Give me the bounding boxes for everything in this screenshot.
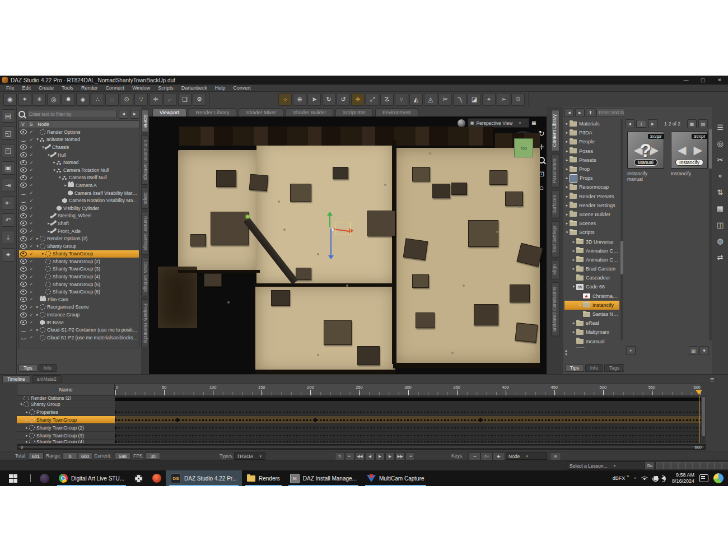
- playback-next-key-icon[interactable]: ▶▶: [395, 452, 405, 460]
- folder-scene-builder[interactable]: ►Scene Builder: [564, 210, 619, 219]
- total-frames-field[interactable]: 601: [28, 452, 44, 460]
- folder-cascadeur[interactable]: Cascadeur: [564, 273, 619, 282]
- toolbar-hair-tool-icon[interactable]: 〽: [453, 93, 466, 106]
- toolbar-translate-tool-icon[interactable]: ✛: [351, 93, 365, 106]
- folder-mattymarx[interactable]: ►Mattymarx: [564, 328, 619, 337]
- content-tab-info[interactable]: Info: [585, 364, 603, 372]
- scene-filter-input[interactable]: [27, 110, 117, 118]
- viewport-tab-shader-mixer[interactable]: Shader Mixer: [239, 108, 283, 116]
- folder-code-66[interactable]: ▼66Code 66: [564, 282, 619, 291]
- right-scissors-icon[interactable]: ✂: [715, 154, 726, 165]
- selectable-check-icon[interactable]: ✓: [27, 183, 35, 188]
- track-properties[interactable]: [115, 408, 701, 416]
- types-dropdown[interactable]: TRSOA▼: [234, 452, 265, 460]
- expand-arrow-icon[interactable]: ►: [35, 328, 40, 332]
- track-shanty-towngroup[interactable]: [115, 416, 701, 424]
- selectable-check-icon[interactable]: ✓: [27, 328, 35, 333]
- timeline-range-bar[interactable]: 0 600: [17, 444, 706, 450]
- taskbar-install-manager[interactable]: M DAZ Install Manage...: [285, 470, 362, 486]
- toolbar-new-group-icon[interactable]: ◌: [105, 93, 119, 106]
- timeline-scrollbar[interactable]: [701, 396, 706, 443]
- sort-button[interactable]: ▤: [689, 346, 698, 355]
- right-grid-icon[interactable]: ▦: [715, 203, 726, 214]
- playhead-marker[interactable]: [696, 390, 702, 395]
- more-options-button[interactable]: ▼: [699, 346, 709, 355]
- lesson-slot-8[interactable]: [707, 462, 715, 469]
- playback-play-icon[interactable]: ▶: [375, 452, 385, 460]
- translate-gizmo[interactable]: [325, 209, 370, 261]
- folder-reisormocap[interactable]: ►Reisormocap: [564, 183, 619, 192]
- content-tab-tags[interactable]: Tags: [604, 364, 624, 372]
- scene-node-camera-rotation-visability-marker[interactable]: ✓Camera Rotation Visability Marker: [19, 197, 139, 204]
- playback-loop-icon[interactable]: ↻: [335, 452, 344, 460]
- selectable-check-icon[interactable]: ✓: [27, 297, 35, 302]
- taskbar-daz-studio[interactable]: DS DAZ Studio 4.22 Pr...: [166, 470, 242, 486]
- toolbar-new-primitive-icon[interactable]: ⊙: [120, 93, 133, 106]
- viewport-tab-render-library[interactable]: Render Library: [189, 108, 237, 116]
- folder-render-presets[interactable]: ►Render Presets: [564, 192, 619, 201]
- viewport-tab-script-ide[interactable]: Script IDE: [335, 108, 373, 116]
- lesson-slot-10[interactable]: [722, 462, 728, 469]
- wifi-icon[interactable]: [641, 475, 648, 481]
- minimize-button[interactable]: —: [678, 76, 694, 85]
- scene-node-instance-group[interactable]: ✓►Instance Group: [19, 311, 139, 319]
- asset-card-instancify-manual[interactable]: ◄ ►?ScriptManual: [627, 132, 664, 169]
- visibility-eye-icon[interactable]: [19, 244, 27, 249]
- scene-node-shanty-group[interactable]: ✓▼Shanty Group: [19, 242, 139, 250]
- expand-arrow-icon[interactable]: ▼: [571, 285, 576, 288]
- track-shanty-towngroup-3-[interactable]: [115, 432, 701, 440]
- visibility-eye-icon[interactable]: [19, 138, 27, 142]
- visibility-eye-icon[interactable]: [19, 221, 27, 226]
- track-shanty-towngroup-2-[interactable]: [115, 424, 701, 432]
- expand-arrow-icon[interactable]: ►: [571, 240, 576, 244]
- toolbar-render-camera-icon[interactable]: ⌑: [511, 93, 525, 106]
- sidebar-premier-icon[interactable]: ✦: [2, 248, 15, 262]
- expand-arrow-icon[interactable]: ▼: [35, 245, 40, 248]
- range-from-field[interactable]: 0: [63, 452, 77, 460]
- folder-brad-carsten[interactable]: ►Brad Carsten: [564, 264, 619, 273]
- viewport-tab-environment[interactable]: Environment: [375, 108, 418, 116]
- playback-step-back-icon[interactable]: ◀: [365, 452, 375, 460]
- folder-materials[interactable]: ►Materials: [564, 119, 619, 128]
- visibility-eye-icon[interactable]: [19, 282, 27, 287]
- toolbar-universal-pointer-tool-icon[interactable]: ➤: [307, 93, 321, 106]
- nav-forward-button[interactable]: ►: [575, 108, 585, 117]
- lesson-go-button[interactable]: Go: [645, 461, 655, 470]
- lesson-slot-6[interactable]: [693, 462, 700, 469]
- selectable-check-icon[interactable]: ✓: [27, 144, 35, 150]
- expand-arrow-icon[interactable]: ►: [571, 267, 576, 270]
- drawstyle-sphere-icon[interactable]: [458, 119, 465, 127]
- expand-arrow-icon[interactable]: ►: [564, 140, 570, 143]
- add-content-button[interactable]: +: [626, 346, 636, 355]
- speaker-icon[interactable]: [661, 476, 665, 480]
- toolbar-new-point-light-icon[interactable]: ✳: [32, 93, 46, 106]
- expand-arrow-icon[interactable]: ►: [52, 161, 57, 164]
- scene-node-film-cam[interactable]: ✓Film-Cam: [19, 296, 139, 304]
- visibility-eye-icon[interactable]: [19, 251, 27, 256]
- timeline-tab-timeline[interactable]: Timeline: [2, 375, 30, 383]
- keyframe-diamond[interactable]: [312, 417, 317, 422]
- gizmo-downh[interactable]: [328, 255, 334, 259]
- scene-node-cloud-s1-p2-container-use-me-to-position-scale-[interactable]: ✓►Cloud-S1-P2 Container (use me to posit…: [19, 326, 139, 334]
- dock-tab-property-hierarchy[interactable]: Property Hierarchy: [141, 299, 149, 348]
- taskbar-renders-folder[interactable]: Renders: [242, 470, 285, 486]
- visibility-eye-icon[interactable]: [19, 160, 27, 165]
- visibility-eye-icon[interactable]: [19, 320, 27, 325]
- tray-chevron-icon[interactable]: ^: [634, 476, 636, 481]
- menu-dartanbeck[interactable]: Dartanbeck: [178, 85, 211, 91]
- menu-help[interactable]: Help: [211, 85, 230, 91]
- viewport-tab-shader-builder[interactable]: Shader Builder: [286, 108, 334, 116]
- daz-central-icon[interactable]: [152, 474, 161, 483]
- visibility-eye-icon[interactable]: [19, 328, 27, 332]
- expand-arrow-icon[interactable]: ►: [41, 252, 45, 255]
- scene-node-camera-itself-null[interactable]: ✓▼Camera Itself Null: [19, 174, 139, 182]
- toolbar-new-camera-icon[interactable]: ◉: [3, 93, 17, 106]
- visibility-eye-icon[interactable]: [19, 213, 27, 218]
- toolbar-rotate-tool-icon[interactable]: ↻: [322, 93, 335, 106]
- timeline-row-render-options-2-[interactable]: Render Options (2): [17, 396, 115, 400]
- selectable-check-icon[interactable]: ✓: [27, 221, 35, 226]
- keyframe-diamond[interactable]: [115, 433, 117, 437]
- menu-convert[interactable]: Convert: [229, 85, 255, 91]
- playback-step-forward-icon[interactable]: ▶: [385, 452, 395, 460]
- folder-props[interactable]: ►Props: [564, 174, 619, 183]
